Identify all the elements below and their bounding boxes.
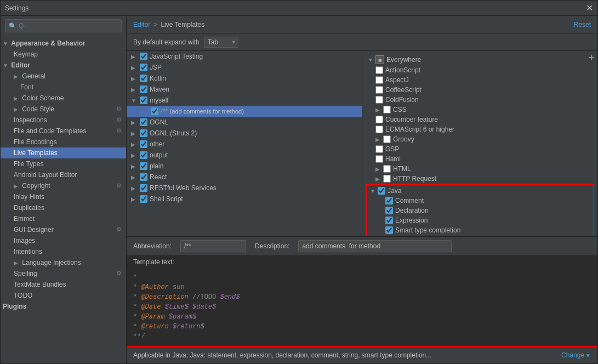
context-checkbox-http-request[interactable] xyxy=(383,175,391,183)
group-header-ognl-struts[interactable]: ▶ OGNL (Struts 2) xyxy=(127,128,362,139)
context-row-ecmascript[interactable]: ECMAScript 6 or higher xyxy=(366,124,594,134)
context-row-everywhere[interactable]: ▼ ■ Everywhere xyxy=(366,54,594,65)
context-checkbox-coffeescript[interactable] xyxy=(375,86,383,94)
template-item-myself-comment[interactable]: /** (add comments for method) xyxy=(127,106,362,117)
group-checkbox-jsp[interactable] xyxy=(140,64,147,71)
context-checkbox-coldfusion[interactable] xyxy=(375,96,383,104)
sidebar-item-todo[interactable]: TODO xyxy=(1,290,126,301)
context-checkbox-ecmascript[interactable] xyxy=(375,126,383,133)
sidebar-item-appearance[interactable]: ▼ Appearance & Behavior xyxy=(1,38,126,49)
sidebar-item-color-scheme[interactable]: ▶ Color Scheme xyxy=(1,93,126,104)
context-checkbox-css[interactable] xyxy=(383,106,391,113)
group-header-restful[interactable]: ▶ RESTful Web Services xyxy=(127,183,362,194)
context-row-gsp[interactable]: GSP xyxy=(366,144,594,154)
group-checkbox-react[interactable] xyxy=(140,173,147,181)
sidebar-item-live-templates[interactable]: Live Templates xyxy=(1,147,126,158)
sidebar-item-duplicates[interactable]: Duplicates xyxy=(1,202,126,213)
group-header-output[interactable]: ▶ output xyxy=(127,150,362,161)
expand-select-wrap[interactable]: Tab Enter Space xyxy=(204,37,238,48)
group-checkbox-output[interactable] xyxy=(140,151,147,159)
context-row-aspectj[interactable]: AspectJ xyxy=(366,75,594,85)
context-row-java-comment[interactable]: Comment xyxy=(368,196,592,206)
context-row-http-request[interactable]: ▶ HTTP Request xyxy=(366,174,594,184)
sidebar-item-spelling[interactable]: Spelling ⚙ xyxy=(1,268,126,279)
group-header-other[interactable]: ▶ other xyxy=(127,139,362,150)
group-header-shell[interactable]: ▶ Shell Script xyxy=(127,194,362,204)
context-row-java[interactable]: ▼ Java xyxy=(368,186,592,196)
sidebar-item-code-style[interactable]: ▶ Code Style ⚙ xyxy=(1,104,126,115)
group-header-jsp[interactable]: ▶ JSP xyxy=(127,62,362,73)
sidebar-item-general[interactable]: ▶ General xyxy=(1,71,126,82)
context-row-actionscript[interactable]: ActionScript xyxy=(366,65,594,75)
sidebar-item-language-injections[interactable]: ▶ Language Injections xyxy=(1,257,126,268)
context-row-java-smart[interactable]: Smart type completion xyxy=(368,225,592,235)
sidebar-item-file-encodings[interactable]: File Encodings xyxy=(1,136,126,147)
group-header-kotlin[interactable]: ▶ Kotlin xyxy=(127,73,362,84)
expand-select[interactable]: Tab Enter Space xyxy=(204,37,238,48)
change-button[interactable]: Change ▼ xyxy=(561,351,591,359)
group-checkbox-shell[interactable] xyxy=(140,195,147,203)
group-checkbox-maven[interactable] xyxy=(140,86,147,93)
close-button[interactable]: ✕ xyxy=(586,3,593,13)
context-row-css[interactable]: ▶ CSS xyxy=(366,105,594,115)
sidebar-item-copyright[interactable]: ▶ Copyright ⚙ xyxy=(1,180,126,191)
sidebar-item-inlay-hints[interactable]: Inlay Hints xyxy=(1,191,126,202)
group-checkbox-restful[interactable] xyxy=(140,184,147,192)
context-checkbox-aspectj[interactable] xyxy=(375,76,383,84)
add-template-button[interactable]: + xyxy=(586,52,596,64)
group-header-plain[interactable]: ▶ plain xyxy=(127,161,362,172)
context-checkbox-html[interactable] xyxy=(383,165,391,173)
group-checkbox-plain[interactable] xyxy=(140,162,147,170)
sidebar-item-textmate-bundles[interactable]: TextMate Bundles xyxy=(1,279,126,290)
breadcrumb-editor[interactable]: Editor xyxy=(133,21,150,29)
context-checkbox-gsp[interactable] xyxy=(375,145,383,153)
context-row-cucumber[interactable]: Cucumber feature xyxy=(366,115,594,124)
group-header-ognl[interactable]: ▶ OGNL xyxy=(127,117,362,128)
context-row-coldfusion[interactable]: ColdFusion xyxy=(366,95,594,105)
sidebar-item-gui-designer[interactable]: GUI Designer ⚙ xyxy=(1,224,126,235)
context-row-java-statement[interactable]: Statement xyxy=(368,235,592,236)
template-checkbox-myself-comment[interactable] xyxy=(151,107,158,115)
context-row-java-declaration[interactable]: Declaration xyxy=(368,206,592,215)
context-row-html[interactable]: ▶ HTML xyxy=(366,164,594,174)
sidebar-item-keymap[interactable]: Keymap xyxy=(1,49,126,60)
context-row-haml[interactable]: Haml xyxy=(366,154,594,164)
sidebar-item-intentions[interactable]: Intentions xyxy=(1,246,126,257)
context-row-coffeescript[interactable]: CoffeeScript xyxy=(366,85,594,95)
group-checkbox-ognl[interactable] xyxy=(140,118,147,126)
group-header-myself[interactable]: ▼ myself xyxy=(127,95,362,106)
context-checkbox-java-expression[interactable] xyxy=(385,217,393,224)
context-checkbox-groovy[interactable] xyxy=(383,135,391,143)
context-row-groovy[interactable]: ▶ Groovy xyxy=(366,134,594,144)
template-editor[interactable]: * * @Author sun * @Description //TODO $e… xyxy=(127,268,597,346)
description-input[interactable] xyxy=(298,240,452,252)
sidebar-item-images[interactable]: Images xyxy=(1,235,126,246)
group-header-react[interactable]: ▶ React xyxy=(127,172,362,183)
group-checkbox-ognl-struts[interactable] xyxy=(140,129,147,137)
sidebar-item-file-types[interactable]: File Types xyxy=(1,158,126,169)
group-checkbox-kotlin[interactable] xyxy=(140,75,147,82)
context-checkbox-java-comment[interactable] xyxy=(385,197,393,204)
sidebar-item-inspections[interactable]: Inspections ⚙ xyxy=(1,115,126,126)
sidebar-item-editor[interactable]: ▼ Editor xyxy=(1,60,126,71)
sidebar-item-android-layout-editor[interactable]: Android Layout Editor xyxy=(1,169,126,180)
group-header-maven[interactable]: ▶ Maven xyxy=(127,84,362,95)
sidebar-item-plugins[interactable]: Plugins xyxy=(1,301,126,312)
context-checkbox-actionscript[interactable] xyxy=(375,66,383,74)
context-checkbox-java-declaration[interactable] xyxy=(385,207,393,214)
group-checkbox-myself[interactable] xyxy=(140,96,147,104)
context-checkbox-cucumber[interactable] xyxy=(375,116,383,123)
context-checkbox-haml[interactable] xyxy=(375,155,383,163)
group-header-javascript-testing[interactable]: ▶ JavaScript Testing xyxy=(127,51,362,62)
search-input[interactable] xyxy=(19,22,118,30)
sidebar-item-file-code-templates[interactable]: File and Code Templates ⚙ xyxy=(1,126,126,136)
reset-button[interactable]: Reset xyxy=(574,21,591,29)
context-checkbox-java[interactable] xyxy=(378,187,385,195)
context-row-java-expression[interactable]: Expression xyxy=(368,215,592,225)
context-checkbox-java-smart[interactable] xyxy=(385,226,393,234)
sidebar-item-emmet[interactable]: Emmet xyxy=(1,213,126,224)
group-checkbox-javascript-testing[interactable] xyxy=(140,53,147,60)
sidebar-item-font[interactable]: Font xyxy=(1,82,126,93)
search-box[interactable]: 🔍 xyxy=(5,19,122,32)
abbreviation-input[interactable] xyxy=(180,240,246,252)
